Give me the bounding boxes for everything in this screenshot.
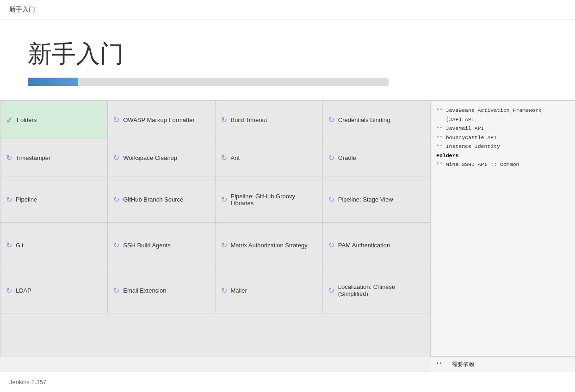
sync-icon: ↻: [113, 116, 119, 124]
sidebar: ** JavaBeans Activation Framework (JAF) …: [430, 101, 575, 313]
check-icon: ✓: [6, 115, 13, 125]
plugin-cell-ssh-build: ↻ SSH Build Agents: [108, 223, 215, 268]
sync-icon: ↻: [221, 153, 227, 162]
plugin-name: Credentials Binding: [338, 116, 390, 123]
plugin-name: Build Timeout: [231, 116, 267, 123]
plugin-cell-matrix-auth: ↻ Matrix Authorization Strategy: [216, 223, 323, 268]
grid-sidebar-wrapper: ✓ Folders ↻ OWASP Markup Formatter ↻ Bui…: [0, 101, 575, 313]
sidebar-line-2: (JAF) API: [436, 115, 569, 124]
plugin-name: Matrix Authorization Strategy: [231, 242, 308, 249]
sync-icon: ↻: [6, 153, 12, 162]
plugin-name: Localization: Chinese (Simplified): [338, 283, 424, 297]
plugin-cell-pam: ↻ PAM Authentication: [323, 223, 430, 268]
plugin-cell-localization: ↻ Localization: Chinese (Simplified): [323, 268, 430, 313]
plugin-name: Timestamper: [16, 154, 50, 161]
plugin-name: Git: [16, 242, 24, 249]
plugin-cell-pipeline-stage: ↻ Pipeline: Stage View: [323, 177, 430, 222]
plugin-name: GitHub Branch Source: [123, 196, 183, 203]
jenkins-version: Jenkins 2.357: [9, 379, 46, 386]
plugin-cell-gradle: ↻ Gradle: [323, 139, 430, 177]
empty-grid-area: [0, 313, 430, 357]
plugin-name: Workspace Cleanup: [123, 154, 177, 161]
plugin-name: Gradle: [338, 154, 356, 161]
sync-icon: ↻: [6, 241, 12, 250]
sync-icon: ↻: [6, 286, 12, 295]
sidebar-line-1: ** JavaBeans Activation Framework: [436, 106, 569, 115]
title-bar: 新手入门: [0, 0, 575, 19]
sidebar-line-3: ** JavaMail API: [436, 124, 569, 133]
plugin-cell-pipeline-github-groovy: ↻ Pipeline: GitHub Groovy Libraries: [216, 177, 323, 222]
plugin-name: SSH Build Agents: [123, 242, 171, 249]
plugin-cell-ant: ↻ Ant: [216, 139, 323, 177]
sync-icon: ↻: [328, 116, 334, 124]
plugin-cell-workspace-cleanup: ↻ Workspace Cleanup: [108, 139, 215, 177]
plugin-name: Folders: [17, 116, 37, 123]
sync-icon: ↻: [328, 286, 334, 295]
plugin-cell-folders: ✓ Folders: [0, 101, 108, 139]
sync-icon: ↻: [6, 195, 12, 204]
plugin-name: Email Extension: [123, 287, 166, 294]
plugin-cell-credentials: ↻ Credentials Binding: [323, 101, 430, 139]
plugin-name: PAM Authentication: [338, 242, 390, 249]
sidebar-line-5: ** Instance Identity: [436, 142, 569, 151]
sidebar-empty: [430, 313, 575, 357]
empty-section: [0, 313, 575, 357]
plugin-cell-owasp: ↻ OWASP Markup Formatter: [108, 101, 215, 139]
sync-icon: ↻: [113, 195, 119, 204]
plugin-cell-github-branch: ↻ GitHub Branch Source: [108, 177, 215, 222]
sync-icon: ↻: [221, 116, 227, 124]
sidebar-line-7: ** Mina SSHD API :: Common: [436, 160, 569, 169]
sidebar-footer: ** - 需要依赖: [430, 357, 575, 372]
sync-icon: ↻: [113, 241, 119, 250]
sidebar-footer-text: ** - 需要依赖: [436, 361, 474, 368]
title-bar-label: 新手入门: [9, 6, 35, 14]
plugin-cell-timestamper: ↻ Timestamper: [0, 139, 108, 177]
sync-icon: ↻: [221, 195, 227, 204]
sync-icon: ↻: [328, 241, 334, 250]
plugin-cell-mailer: ↻ Mailer: [216, 268, 323, 313]
plugin-grid: ✓ Folders ↻ OWASP Markup Formatter ↻ Bui…: [0, 101, 430, 313]
progress-container: [28, 78, 389, 86]
sync-icon: ↻: [221, 286, 227, 295]
plugin-cell-git: ↻ Git: [0, 223, 108, 268]
plugin-name: OWASP Markup Formatter: [123, 116, 195, 123]
bottom-bar: Jenkins 2.357: [0, 372, 575, 392]
progress-bar: [28, 78, 78, 86]
hero-section: 新手入门: [0, 19, 575, 101]
plugin-cell-ldap: ↻ LDAP: [0, 268, 108, 313]
sync-icon: ↻: [113, 286, 119, 295]
sync-icon: ↻: [328, 195, 334, 204]
grid-footer-spacer: [0, 357, 430, 372]
plugin-cell-email-ext: ↻ Email Extension: [108, 268, 215, 313]
hero-title: 新手入门: [28, 38, 547, 70]
sidebar-line-4: ** bouncycastle API: [436, 133, 569, 142]
sidebar-line-folders: Folders: [436, 151, 569, 160]
sync-icon: ↻: [221, 241, 227, 250]
plugin-cell-build-timeout: ↻ Build Timeout: [216, 101, 323, 139]
plugin-name: Ant: [231, 154, 240, 161]
sync-icon: ↻: [328, 153, 334, 162]
plugin-name: LDAP: [16, 287, 31, 294]
plugin-cell-pipeline: ↻ Pipeline: [0, 177, 108, 222]
sidebar-footer-row: ** - 需要依赖: [0, 357, 575, 372]
plugin-name: Pipeline: GitHub Groovy Libraries: [231, 193, 317, 207]
sync-icon: ↻: [113, 153, 119, 162]
plugin-name: Mailer: [231, 287, 247, 294]
plugin-name: Pipeline: [16, 196, 37, 203]
plugin-name: Pipeline: Stage View: [338, 196, 393, 203]
